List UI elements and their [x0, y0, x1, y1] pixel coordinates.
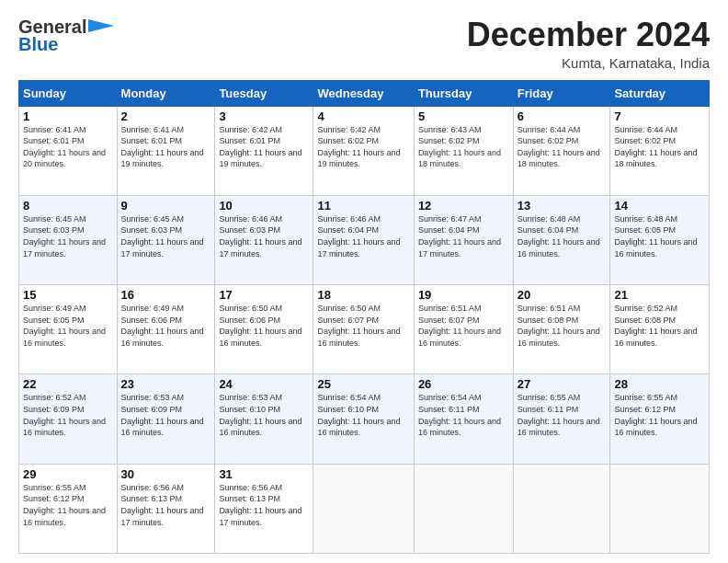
- calendar-cell: 27Sunrise: 6:55 AMSunset: 6:11 PMDayligh…: [513, 374, 610, 464]
- day-number: 17: [219, 288, 309, 302]
- month-title: December 2024: [467, 17, 710, 53]
- day-number: 5: [418, 109, 509, 123]
- calendar-cell: 31Sunrise: 6:56 AMSunset: 6:13 PMDayligh…: [215, 464, 313, 553]
- calendar-row: 8Sunrise: 6:45 AMSunset: 6:03 PMDaylight…: [19, 195, 710, 284]
- calendar-cell: 5Sunrise: 6:43 AMSunset: 6:02 PMDaylight…: [414, 106, 513, 195]
- title-block: December 2024 Kumta, Karnataka, India: [467, 17, 710, 71]
- calendar-cell: 10Sunrise: 6:46 AMSunset: 6:03 PMDayligh…: [215, 195, 313, 284]
- day-number: 1: [23, 109, 113, 123]
- day-number: 10: [219, 199, 309, 213]
- cell-text: Sunrise: 6:42 AMSunset: 6:01 PMDaylight:…: [219, 125, 301, 169]
- cell-text: Sunrise: 6:53 AMSunset: 6:09 PMDaylight:…: [121, 393, 204, 437]
- cell-text: Sunrise: 6:48 AMSunset: 6:04 PMDaylight:…: [518, 214, 600, 259]
- cell-text: Sunrise: 6:48 AMSunset: 6:05 PMDaylight:…: [614, 214, 697, 259]
- weekday-header: Thursday: [414, 80, 513, 106]
- calendar-cell: 20Sunrise: 6:51 AMSunset: 6:08 PMDayligh…: [513, 285, 610, 374]
- day-number: 23: [121, 377, 211, 391]
- calendar-cell: 15Sunrise: 6:49 AMSunset: 6:05 PMDayligh…: [19, 285, 118, 374]
- cell-text: Sunrise: 6:49 AMSunset: 6:05 PMDaylight:…: [23, 304, 106, 348]
- calendar-cell: [513, 464, 610, 553]
- calendar-cell: 11Sunrise: 6:46 AMSunset: 6:04 PMDayligh…: [313, 195, 414, 284]
- calendar-cell: 29Sunrise: 6:55 AMSunset: 6:12 PMDayligh…: [19, 464, 118, 553]
- day-number: 7: [614, 109, 705, 123]
- day-number: 25: [317, 377, 409, 391]
- weekday-header: Friday: [513, 80, 610, 106]
- cell-text: Sunrise: 6:53 AMSunset: 6:10 PMDaylight:…: [219, 393, 301, 437]
- cell-text: Sunrise: 6:55 AMSunset: 6:12 PMDaylight:…: [23, 483, 106, 527]
- calendar-cell: 23Sunrise: 6:53 AMSunset: 6:09 PMDayligh…: [117, 374, 215, 464]
- cell-text: Sunrise: 6:52 AMSunset: 6:08 PMDaylight:…: [614, 304, 697, 348]
- calendar-cell: 6Sunrise: 6:44 AMSunset: 6:02 PMDaylight…: [513, 106, 610, 195]
- cell-text: Sunrise: 6:46 AMSunset: 6:04 PMDaylight:…: [317, 214, 400, 259]
- weekday-header: Monday: [117, 80, 215, 106]
- calendar-cell: 2Sunrise: 6:41 AMSunset: 6:01 PMDaylight…: [117, 106, 215, 195]
- calendar-row: 15Sunrise: 6:49 AMSunset: 6:05 PMDayligh…: [19, 285, 710, 374]
- cell-text: Sunrise: 6:51 AMSunset: 6:07 PMDaylight:…: [418, 304, 501, 348]
- cell-text: Sunrise: 6:41 AMSunset: 6:01 PMDaylight:…: [23, 125, 106, 169]
- calendar-cell: 22Sunrise: 6:52 AMSunset: 6:09 PMDayligh…: [19, 374, 118, 464]
- day-number: 2: [121, 109, 211, 123]
- day-number: 30: [121, 467, 211, 481]
- day-number: 15: [23, 288, 113, 302]
- cell-text: Sunrise: 6:41 AMSunset: 6:01 PMDaylight:…: [121, 125, 204, 169]
- weekday-header: Wednesday: [313, 80, 414, 106]
- day-number: 6: [518, 109, 607, 123]
- calendar-cell: 19Sunrise: 6:51 AMSunset: 6:07 PMDayligh…: [414, 285, 513, 374]
- day-number: 4: [317, 109, 409, 123]
- calendar-cell: 3Sunrise: 6:42 AMSunset: 6:01 PMDaylight…: [215, 106, 313, 195]
- cell-text: Sunrise: 6:47 AMSunset: 6:04 PMDaylight:…: [418, 214, 501, 259]
- cell-text: Sunrise: 6:55 AMSunset: 6:11 PMDaylight:…: [518, 393, 600, 437]
- weekday-header: Saturday: [610, 80, 710, 106]
- calendar-row: 22Sunrise: 6:52 AMSunset: 6:09 PMDayligh…: [19, 374, 710, 464]
- cell-text: Sunrise: 6:54 AMSunset: 6:11 PMDaylight:…: [418, 393, 501, 437]
- calendar-row: 29Sunrise: 6:55 AMSunset: 6:12 PMDayligh…: [19, 464, 710, 553]
- calendar-table: SundayMondayTuesdayWednesdayThursdayFrid…: [18, 80, 710, 554]
- day-number: 20: [518, 288, 607, 302]
- day-number: 12: [418, 199, 509, 213]
- calendar-cell: 7Sunrise: 6:44 AMSunset: 6:02 PMDaylight…: [610, 106, 710, 195]
- day-number: 16: [121, 288, 211, 302]
- day-number: 19: [418, 288, 509, 302]
- day-number: 3: [219, 109, 309, 123]
- day-number: 13: [518, 199, 607, 213]
- header: General Blue December 2024 Kumta, Karnat…: [18, 17, 710, 71]
- calendar-cell: [610, 464, 710, 553]
- cell-text: Sunrise: 6:50 AMSunset: 6:06 PMDaylight:…: [219, 304, 301, 348]
- calendar-cell: 4Sunrise: 6:42 AMSunset: 6:02 PMDaylight…: [313, 106, 414, 195]
- cell-text: Sunrise: 6:46 AMSunset: 6:03 PMDaylight:…: [219, 214, 301, 259]
- cell-text: Sunrise: 6:42 AMSunset: 6:02 PMDaylight:…: [317, 125, 400, 169]
- day-number: 9: [121, 199, 211, 213]
- calendar-cell: 26Sunrise: 6:54 AMSunset: 6:11 PMDayligh…: [414, 374, 513, 464]
- logo-blue: Blue: [18, 34, 58, 55]
- cell-text: Sunrise: 6:55 AMSunset: 6:12 PMDaylight:…: [614, 393, 697, 437]
- page: General Blue December 2024 Kumta, Karnat…: [0, 0, 728, 563]
- calendar-cell: 14Sunrise: 6:48 AMSunset: 6:05 PMDayligh…: [610, 195, 710, 284]
- day-number: 26: [418, 377, 509, 391]
- cell-text: Sunrise: 6:44 AMSunset: 6:02 PMDaylight:…: [614, 125, 697, 169]
- svg-marker-0: [88, 19, 114, 32]
- calendar-cell: 21Sunrise: 6:52 AMSunset: 6:08 PMDayligh…: [610, 285, 710, 374]
- cell-text: Sunrise: 6:45 AMSunset: 6:03 PMDaylight:…: [23, 214, 106, 259]
- day-number: 29: [23, 467, 113, 481]
- calendar-cell: 8Sunrise: 6:45 AMSunset: 6:03 PMDaylight…: [19, 195, 118, 284]
- calendar-row: 1Sunrise: 6:41 AMSunset: 6:01 PMDaylight…: [19, 106, 710, 195]
- calendar-cell: 16Sunrise: 6:49 AMSunset: 6:06 PMDayligh…: [117, 285, 215, 374]
- day-number: 18: [317, 288, 409, 302]
- location: Kumta, Karnataka, India: [467, 55, 710, 71]
- day-number: 21: [614, 288, 705, 302]
- calendar-cell: 9Sunrise: 6:45 AMSunset: 6:03 PMDaylight…: [117, 195, 215, 284]
- cell-text: Sunrise: 6:56 AMSunset: 6:13 PMDaylight:…: [219, 483, 301, 527]
- day-number: 22: [23, 377, 113, 391]
- calendar-cell: 12Sunrise: 6:47 AMSunset: 6:04 PMDayligh…: [414, 195, 513, 284]
- day-number: 14: [614, 199, 705, 213]
- day-number: 8: [23, 199, 113, 213]
- day-number: 24: [219, 377, 309, 391]
- calendar-cell: [313, 464, 414, 553]
- cell-text: Sunrise: 6:52 AMSunset: 6:09 PMDaylight:…: [23, 393, 106, 437]
- day-number: 11: [317, 199, 409, 213]
- calendar-cell: 13Sunrise: 6:48 AMSunset: 6:04 PMDayligh…: [513, 195, 610, 284]
- day-number: 27: [518, 377, 607, 391]
- calendar-cell: 18Sunrise: 6:50 AMSunset: 6:07 PMDayligh…: [313, 285, 414, 374]
- cell-text: Sunrise: 6:56 AMSunset: 6:13 PMDaylight:…: [121, 483, 204, 527]
- calendar-cell: 25Sunrise: 6:54 AMSunset: 6:10 PMDayligh…: [313, 374, 414, 464]
